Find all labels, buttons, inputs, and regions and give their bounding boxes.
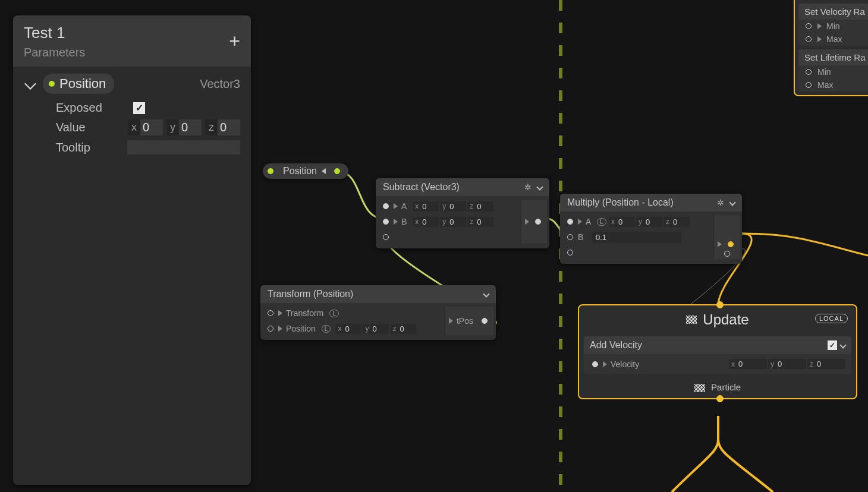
chevron-down-icon[interactable] <box>483 291 489 297</box>
multiply-a-y[interactable] <box>644 217 662 227</box>
chevron-down-icon[interactable] <box>839 342 846 348</box>
subtract-input-a[interactable]: A x y z <box>378 200 521 213</box>
subtract-b-y[interactable] <box>448 217 466 227</box>
triangle-icon <box>817 23 822 29</box>
transform-pos-x[interactable] <box>344 324 361 334</box>
local-badge-icon: L <box>322 325 331 333</box>
value-x-input[interactable] <box>140 119 163 135</box>
subtract-output[interactable] <box>521 200 547 244</box>
parameter-name: Position <box>59 76 106 92</box>
transform-pos-z[interactable] <box>398 324 416 334</box>
chevron-down-icon[interactable] <box>729 199 735 206</box>
port-min-life[interactable] <box>806 69 812 75</box>
block-add-velocity[interactable]: Add Velocity ✓ Velocity x y z <box>584 336 851 374</box>
port-out-2[interactable] <box>724 251 730 257</box>
expand-icon[interactable] <box>24 78 36 90</box>
tooltip-input[interactable] <box>127 140 240 154</box>
tooltip-label: Tooltip <box>56 141 127 154</box>
subtract-a-x[interactable] <box>421 201 439 212</box>
multiply-a-z[interactable] <box>672 217 690 227</box>
may: y <box>636 217 644 226</box>
bx: x <box>413 217 421 226</box>
port-empty[interactable] <box>383 234 389 240</box>
max-label: Max <box>826 34 842 44</box>
value-y-input[interactable] <box>179 119 202 135</box>
node-multiply[interactable]: Multiply (Position - Local) ✲ A L x y z … <box>560 194 742 264</box>
port-out[interactable] <box>535 219 541 225</box>
multiply-extra-port[interactable] <box>562 246 713 259</box>
max: x <box>609 217 617 226</box>
port-in-a[interactable] <box>383 203 389 209</box>
ax: x <box>413 202 421 210</box>
add-velocity-row[interactable]: Velocity x y z <box>584 354 851 374</box>
node-header-multiply[interactable]: Multiply (Position - Local) ✲ <box>560 194 742 212</box>
transform-input-transform[interactable]: Transform L <box>263 307 445 320</box>
subtract-a-y[interactable] <box>448 201 466 212</box>
subtract-b-x[interactable] <box>421 217 439 227</box>
blackboard-panel[interactable]: Test 1 Parameters + Position Vector3 Exp… <box>13 15 251 485</box>
transform-pos-y[interactable] <box>371 324 389 334</box>
transform-output[interactable]: tPos <box>445 307 493 335</box>
node-transform[interactable]: Transform (Position) Transform L Positio… <box>260 285 496 340</box>
port-in-b[interactable] <box>383 219 389 225</box>
block-set-velocity-random[interactable]: Set Velocity Ra Min Max <box>798 4 868 46</box>
node-position-parameter[interactable]: Position <box>263 163 348 179</box>
add-velocity-enabled-checkbox[interactable]: ✓ <box>828 340 837 350</box>
context-initialize-clipped[interactable]: Bounds Set Velocity Ra Min Max Set Lifet… <box>794 0 868 96</box>
transform-input-position[interactable]: Position L x y z <box>263 322 445 335</box>
subtract-a-z[interactable] <box>476 201 493 212</box>
position-out-port[interactable] <box>334 168 340 174</box>
port-transform[interactable] <box>268 310 273 316</box>
by: y <box>440 217 448 226</box>
subtract-extra-port[interactable] <box>378 231 521 244</box>
particle-grid-icon <box>694 384 705 392</box>
port-empty[interactable] <box>567 250 573 256</box>
gear-icon[interactable]: ✲ <box>524 182 532 192</box>
ty: y <box>363 324 371 333</box>
blackboard-title: Test 1 <box>24 24 240 42</box>
multiply-input-a[interactable]: A L x y z <box>562 215 713 228</box>
triangle-icon <box>817 36 822 42</box>
update-out-port[interactable] <box>716 395 724 402</box>
exposed-checkbox[interactable]: ✓ <box>133 102 145 114</box>
collapse-caret-icon[interactable] <box>322 168 326 174</box>
mul-b-label: B <box>578 232 586 242</box>
port-min-vel[interactable] <box>806 23 812 29</box>
node-subtract[interactable]: Subtract (Vector3) ✲ A x y z B x <box>376 178 549 248</box>
port-max-vel[interactable] <box>806 36 812 42</box>
value-z-input[interactable] <box>218 119 240 135</box>
subtract-input-b[interactable]: B x y z <box>378 215 521 228</box>
node-header-transform[interactable]: Transform (Position) <box>260 285 496 303</box>
subtract-b-z[interactable] <box>476 217 493 227</box>
port-max-life[interactable] <box>806 82 812 88</box>
set-velocity-title: Set Velocity Ra <box>798 4 868 20</box>
port-velocity-in[interactable] <box>592 361 598 367</box>
multiply-title: Multiply (Position - Local) <box>567 197 674 208</box>
node-header-subtract[interactable]: Subtract (Vector3) ✲ <box>376 178 549 196</box>
add-parameter-button[interactable]: + <box>229 31 240 51</box>
multiply-output[interactable] <box>713 215 740 259</box>
port-tpos-out[interactable] <box>482 318 488 324</box>
chevron-down-icon[interactable] <box>536 184 543 190</box>
multiply-a-x[interactable] <box>617 217 635 227</box>
velocity-y[interactable] <box>776 359 806 369</box>
update-title-text: Update <box>703 311 749 328</box>
port-position[interactable] <box>268 326 273 332</box>
block-set-lifetime-random[interactable]: Set Lifetime Ra Min Max <box>798 49 868 92</box>
multiply-b-input[interactable] <box>592 232 681 243</box>
parameter-pill-position[interactable]: Position <box>43 74 114 94</box>
velocity-x[interactable] <box>737 359 767 369</box>
multiply-input-b[interactable]: B <box>562 231 713 244</box>
velocity-z[interactable] <box>816 359 845 369</box>
triangle-icon <box>449 318 453 324</box>
gear-icon[interactable]: ✲ <box>717 198 724 207</box>
port-out-1[interactable] <box>728 241 734 247</box>
context-update[interactable]: Update LOCAL Add Velocity ✓ Velocity x y… <box>578 304 857 399</box>
port-in-a[interactable] <box>567 219 573 225</box>
min-life-label: Min <box>817 67 831 77</box>
port-in-b[interactable] <box>567 234 573 240</box>
tpos-label: tPos <box>457 316 473 326</box>
blackboard-header: Test 1 Parameters + <box>13 15 251 67</box>
local-space-badge[interactable]: LOCAL <box>815 314 848 323</box>
triangle-icon <box>525 219 529 225</box>
